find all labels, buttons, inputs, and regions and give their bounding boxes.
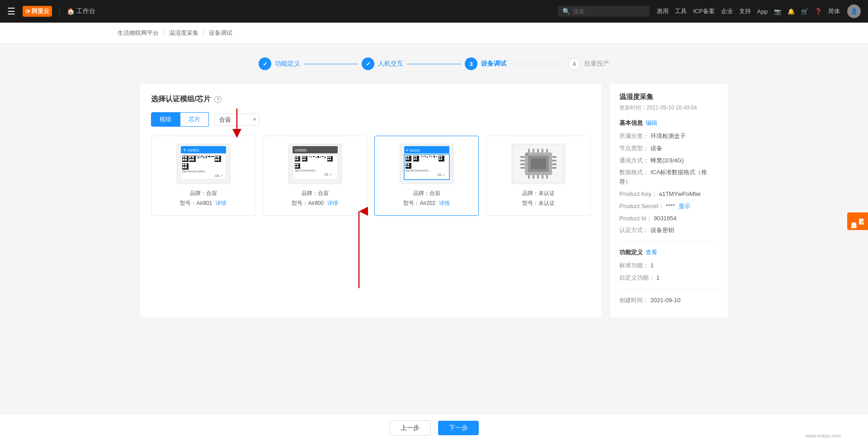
info-value-auth: 设备密钥 (651, 227, 674, 233)
svg-rect-62 (320, 157, 321, 157)
module-card-air801[interactable]: ✈ Air801 (151, 136, 255, 216)
tabs-row: 模组 芯片 合宙全部 (151, 112, 590, 127)
bell-icon[interactable]: 🔔 (788, 8, 795, 15)
svg-rect-50 (296, 157, 297, 158)
svg-rect-61 (317, 156, 319, 158)
tab-chip[interactable]: 芯片 (180, 112, 209, 127)
modules-grid: ✈ Air801 (151, 136, 590, 216)
search-bar[interactable]: 🔍 (558, 6, 650, 17)
lang-label[interactable]: 简体 (828, 7, 840, 15)
func-def-link[interactable]: 查看 (646, 248, 657, 257)
svg-rect-53 (304, 157, 306, 158)
svg-rect-55 (304, 159, 306, 160)
page-wrapper: 生活物联网平台 / 温湿度采集 / 设备调试 ✓ 功能定义 ✓ 人机交互 3 设… (0, 23, 868, 442)
svg-rect-102 (436, 156, 437, 157)
nav-action-tools[interactable]: 工具 (675, 7, 687, 15)
info-row-node: 节点类型： 设备 (619, 144, 719, 153)
breadcrumb-item-platform[interactable]: 生活物联网平台 (118, 29, 159, 36)
next-button[interactable]: 下一步 (438, 421, 479, 435)
nav-action-icp[interactable]: ICP备案 (693, 7, 715, 15)
tab-module[interactable]: 模组 (151, 112, 180, 127)
menu-icon[interactable]: ☰ (7, 6, 15, 17)
info-label-std-func: 标准功能： (619, 262, 649, 269)
info-update-time: 更新时间：2021-09-10 16:49:04 (619, 104, 719, 112)
divider-1 (619, 242, 719, 242)
svg-rect-67 (330, 157, 331, 158)
svg-rect-124 (520, 167, 525, 169)
info-value-product-id: 9031954 (654, 215, 677, 222)
step-2-circle: ✓ (362, 57, 374, 70)
module-detail-link-air801[interactable]: 详情 (216, 200, 226, 206)
svg-rect-85 (408, 156, 409, 157)
svg-rect-112 (406, 166, 407, 167)
cart-icon[interactable]: 🛒 (801, 8, 808, 15)
svg-rect-7 (185, 156, 187, 158)
svg-rect-48 (295, 159, 297, 160)
svg-rect-10 (184, 157, 184, 158)
svg-rect-114 (407, 164, 408, 165)
svg-rect-23 (206, 156, 207, 158)
module-img-air801: ✈ Air801 (176, 143, 231, 184)
chip-svg (514, 145, 563, 182)
avatar[interactable]: 👤 (847, 5, 861, 18)
search-input[interactable] (573, 8, 645, 15)
modules-container: ✈ Air801 (151, 136, 590, 216)
svg-rect-16 (191, 157, 192, 158)
step-line-3 (510, 64, 564, 64)
svg-text:IMEI:86501006100000...: IMEI:86501006100000... (406, 169, 430, 172)
module-card-air800[interactable]: Air800 (263, 136, 367, 216)
nav-action-app[interactable]: App (757, 8, 768, 15)
module-detail-link-air202[interactable]: 详情 (439, 200, 450, 206)
workbench-link[interactable]: 🏠 工作台 (59, 7, 95, 15)
info-row-std-func: 标准功能： 1 (619, 261, 719, 271)
info-row-comm: 通讯方式： 蜂窝(2/3/4G) (619, 156, 719, 166)
module-model-unverified: 型号：未认证 (522, 199, 555, 209)
svg-rect-58 (311, 157, 312, 157)
floating-brand-tab[interactable]: 📝 自定义品牌建设工具 (847, 212, 868, 230)
info-row-custom-func: 自定义功能： 1 (619, 273, 719, 283)
module-detail-link-air800[interactable]: 详情 (327, 200, 338, 206)
prev-button[interactable]: 上一步 (389, 420, 431, 436)
info-label-product-secret: Product Secret： (619, 203, 664, 209)
module-img-unverified (511, 143, 566, 184)
info-label-product-key: Product Key： (619, 190, 657, 197)
help-circle-icon[interactable]: ? (214, 96, 222, 103)
filter-select[interactable]: 合宙全部 (214, 114, 259, 126)
svg-rect-54 (302, 159, 304, 160)
module-brand-unverified: 品牌：未认证 (522, 189, 555, 199)
breadcrumb-item-collect[interactable]: 温湿度采集 (169, 29, 198, 36)
help-icon[interactable]: ❓ (815, 8, 822, 15)
breadcrumb: 生活物联网平台 / 温湿度采集 / 设备调试 (0, 23, 868, 44)
step-1: ✓ 功能定义 (259, 57, 300, 70)
qr-svg-air202: ✈ Air202 (402, 145, 452, 182)
info-panel-title: 温湿度采集 (619, 93, 719, 101)
svg-rect-98 (427, 157, 428, 158)
filter-wrapper: 合宙全部 (209, 114, 259, 126)
svg-rect-8 (183, 159, 184, 161)
svg-rect-68 (328, 159, 329, 160)
svg-text:Air800: Air800 (295, 148, 307, 152)
nav-action-support[interactable]: 支持 (739, 7, 751, 15)
edit-link[interactable]: 编辑 (646, 119, 657, 127)
logo-brand: 阿里云 (32, 7, 49, 15)
svg-rect-24 (208, 156, 209, 157)
nav-action-huiyong[interactable]: 惠用 (657, 7, 669, 15)
svg-rect-107 (441, 158, 442, 160)
svg-rect-99 (429, 156, 430, 157)
svg-rect-87 (408, 158, 409, 160)
nav-action-enterprise[interactable]: 企业 (721, 7, 733, 15)
svg-rect-37 (185, 166, 187, 168)
card-title: 选择认证模组/芯片 ? (151, 95, 590, 104)
svg-rect-106 (439, 158, 440, 160)
svg-text:IMEI:512400100000...: IMEI:512400100000... (295, 169, 317, 172)
module-card-air202[interactable]: ✈ Air202 (374, 136, 479, 216)
breadcrumb-item-current: 设备调试 (209, 29, 232, 36)
info-value-node: 设备 (651, 145, 662, 152)
module-card-unverified[interactable]: 品牌：未认证 型号：未认证 (486, 136, 590, 216)
svg-rect-133 (546, 149, 548, 152)
info-label-format: 数据格式： (619, 169, 649, 176)
svg-rect-22 (203, 157, 204, 158)
show-secret-link[interactable]: 显示 (679, 203, 690, 209)
svg-rect-122 (520, 160, 525, 162)
camera-icon[interactable]: 📷 (774, 8, 781, 15)
